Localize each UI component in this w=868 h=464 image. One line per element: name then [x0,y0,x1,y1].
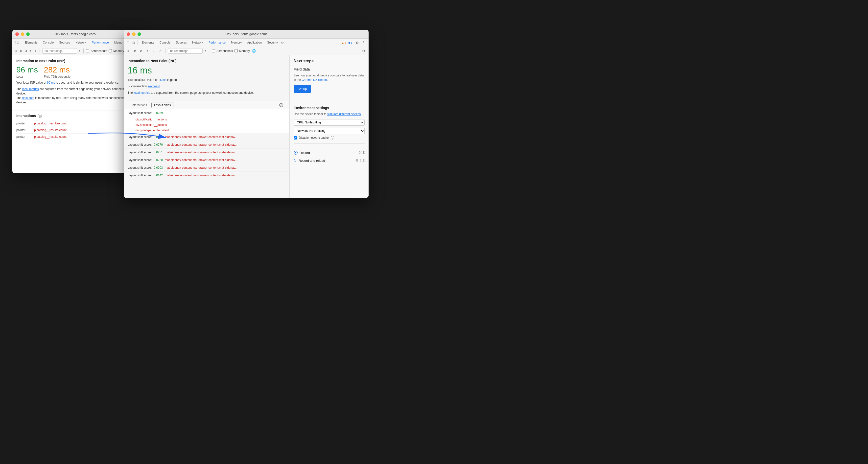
tab-layout-shifts-w2[interactable]: Layout shifts [151,102,174,108]
env-settings-section: Environment settings Use the device tool… [293,106,365,140]
alert-square-badge-w2: ■ 1 [348,41,352,44]
cpu-throttle-select[interactable]: CPU: No throttling [293,119,365,126]
score-label-7: Layout shift score: [128,174,152,177]
shift-row-7[interactable]: Layout shift score: 0.0142 mat-sidenav-c… [124,172,289,179]
layout-tab-block-icon[interactable]: ⊘ [279,103,283,107]
tab-elements-w2[interactable]: Elements [139,39,157,46]
screenshots-checkbox[interactable] [86,49,89,53]
window1-close-button[interactable] [16,32,19,36]
keyboard-link-w2[interactable]: keyboard [148,85,160,88]
window2-maximize-button[interactable] [137,32,141,36]
shift-row-3[interactable]: Layout shift score: 0.0270 mat-sidenav-c… [124,141,289,149]
interaction-type-1: pointer [16,122,31,125]
reload-button-w2[interactable]: ↻ [132,49,137,54]
box-tool-icon-w2[interactable]: ⊡ [131,40,136,45]
interaction-target-2[interactable]: p.catalog__results-count [34,128,123,132]
disable-cache-label: Disable network cache [299,136,329,140]
memory-checkbox[interactable] [108,49,112,53]
tab-interactions-w2[interactable]: Interactions [128,101,151,109]
env-settings-desc: Use the device toolbar to simulate diffe… [293,112,365,116]
shift-row-5[interactable]: Layout shift score: 0.0228 mat-sidenav-c… [124,156,289,164]
tab-sources[interactable]: Sources [57,39,72,46]
upload-button[interactable]: ↑ [29,49,32,54]
download-button[interactable]: ↓ [34,49,37,54]
shift-element-2: mat-sidenav-content.mat-drawer-content.m… [165,135,285,139]
shift-row-6[interactable]: Layout shift score: 0.0203 mat-sidenav-c… [124,164,289,172]
window2-minimize-button[interactable] [132,32,135,36]
square-count-w2: 1 [351,41,352,44]
record-button-w2[interactable]: ● [126,49,131,54]
local-metrics-link-w2[interactable]: local metrics [133,91,150,94]
recording-input-w2[interactable] [168,48,203,54]
shift-row-4[interactable]: Layout shift score: 0.0251 mat-sidenav-c… [124,149,289,156]
inp-section-w2: Interaction to Next Paint (INP) 16 ms Yo… [124,55,289,101]
recording-input[interactable] [42,48,77,54]
upload-button-w2[interactable]: ↑ [145,49,150,54]
shift-item-1-1[interactable]: div.notification__actions [132,117,289,122]
window1-maximize-button[interactable] [26,32,30,36]
field-data-link-w1[interactable]: field data [22,96,34,100]
local-value-w1: 96 ms [16,65,38,74]
local-metric-w1: 96 ms Local [16,65,38,79]
window1-minimize-button[interactable] [21,32,24,36]
score-label-2: Layout shift score: [128,135,152,139]
inp-interaction-w2: INP interaction keyboard [128,84,285,89]
clear-button[interactable]: ⊘ [24,49,27,54]
simulate-devices-link[interactable]: simulate different devices [327,112,361,116]
interaction-target-3[interactable]: p.catalog__results-count [34,135,123,138]
tab-performance-w2[interactable]: Performance [206,39,228,46]
tab-application-w2[interactable]: Application [245,39,264,46]
record-button[interactable]: ● [14,49,18,54]
box-tool-icon[interactable]: ⊡ [17,40,20,45]
recording-settings-icon-w2[interactable]: ⚙ [361,48,367,54]
tab-memory-w2[interactable]: Memory [228,39,244,46]
reload-button[interactable]: ↻ [19,49,23,54]
clear-button-w2[interactable]: ⊘ [138,49,144,54]
shift-group-1-header[interactable]: Layout shift score: 0.0269 [124,109,289,117]
devtools-window-1: DevTools - fonts.google.com/ ⌶ ⊡ Element… [12,30,138,173]
record-shortcut: ⌘ E [359,151,365,154]
shift-row-2[interactable]: Layout shift score: 0.0282 mat-sidenav-c… [124,133,289,141]
tab-network[interactable]: Network [73,39,89,46]
field-data-section: Field data See how your local metrics co… [293,67,365,98]
window2-close-button[interactable] [127,32,130,36]
more-options-icon-w2[interactable]: ⋮ [361,40,367,46]
settings-gear-icon-w2[interactable]: ⚙ [354,40,360,46]
screenshots-checkbox-w2[interactable] [212,49,215,53]
record-reload-label[interactable]: Record and reload [299,159,325,162]
window1-toolbar: ⌶ ⊡ Elements Console Sources Network Per… [12,39,138,47]
download-button-w2[interactable]: ↓ [151,49,156,54]
shift-item-1-3[interactable]: div.gf-full-page.gf-content [132,128,289,133]
network-throttle-select[interactable]: Network: No throttling [293,128,365,134]
layout-shifts-list: Layout shift score: 0.0269 div.notificat… [124,109,289,198]
local-metrics-link-w1[interactable]: local metrics [22,87,39,91]
setup-button[interactable]: Set up [293,85,311,93]
interactions-info-icon[interactable]: ⊘ [38,114,42,118]
disable-cache-row: Disable network cache ? [293,136,365,140]
tab-sources-w2[interactable]: Sources [174,39,189,46]
tab-console-w2[interactable]: Console [157,39,173,46]
memory-checkbox-w2[interactable] [235,49,238,53]
tab-performance[interactable]: Performance [89,39,111,46]
cursor-tool-icon-w2[interactable]: ⌶ [126,40,131,45]
record-label[interactable]: Record [300,151,310,155]
home-button-w2[interactable]: ⌂ [158,49,163,54]
shift-item-1-2[interactable]: div.notification__actions [132,122,289,128]
tab-network-w2[interactable]: Network [190,39,206,46]
chrome-ux-link[interactable]: Chrome UX Report [302,78,327,82]
tab-elements[interactable]: Elements [23,39,40,46]
toolbar-overflow-w2[interactable]: >> [281,41,284,44]
recording-sep2-w2 [209,49,209,54]
tab-console[interactable]: Console [40,39,56,46]
dropdown-arrow-icon-w2[interactable]: ▼ [204,50,207,52]
cursor-tool-icon[interactable]: ⌶ [14,40,16,45]
screenshots-label: Screenshots [91,49,107,53]
dropdown-arrow-icon[interactable]: ▼ [79,50,81,52]
interaction-target-1[interactable]: p.catalog__results-count [34,122,125,125]
help-icon[interactable]: ? [331,136,334,140]
memory-label-w2: Memory [239,49,250,53]
disable-cache-checkbox[interactable] [293,136,297,140]
tab-security-w2[interactable]: Security [265,39,280,46]
next-steps-title: Next steps [293,59,365,63]
inp-desc2-w1: The local metrics are captured from the … [16,87,134,104]
